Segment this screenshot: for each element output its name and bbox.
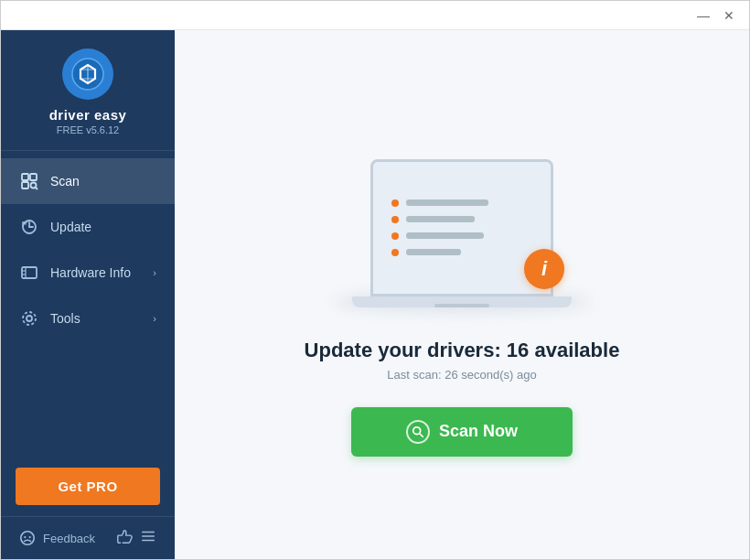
feedback-button[interactable]: Feedback (19, 530, 95, 546)
svg-point-11 (27, 316, 32, 321)
app-window: — ✕ driver easy FREE v5.6.12 (0, 0, 750, 560)
sidebar-item-hardware-info[interactable]: Hardware Info › (1, 250, 175, 296)
update-icon (19, 217, 39, 237)
scan-icon (19, 171, 39, 191)
screen-dot-3 (391, 232, 399, 240)
screen-dot-1 (391, 199, 399, 207)
sidebar-bottom: Feedback (1, 516, 175, 559)
screen-bar-2 (406, 216, 475, 222)
content-subtitle: Last scan: 26 second(s) ago (387, 368, 536, 382)
sidebar-item-hardware-info-label: Hardware Info (50, 265, 153, 280)
hardware-icon (19, 263, 39, 283)
hardware-info-arrow: › (153, 267, 156, 278)
sidebar-item-scan-label: Scan (50, 174, 156, 188)
scan-now-button[interactable]: Scan Now (351, 407, 573, 457)
svg-rect-2 (30, 174, 37, 180)
svg-point-13 (21, 532, 34, 544)
screen-bar-4 (406, 249, 461, 255)
main-layout: driver easy FREE v5.6.12 Scan (1, 30, 749, 559)
content-title: Update your drivers: 16 available (305, 339, 620, 362)
svg-point-14 (24, 536, 26, 538)
screen-line-1 (391, 199, 488, 207)
svg-rect-1 (22, 174, 28, 180)
svg-line-5 (36, 188, 38, 189)
content-area: i Update your drivers: 16 available Last… (175, 30, 749, 559)
tools-icon (19, 308, 39, 328)
close-button[interactable]: ✕ (716, 5, 742, 26)
sidebar-bottom-icons (116, 528, 156, 548)
logo-version: FREE v5.6.12 (57, 124, 119, 135)
screen-bar-1 (406, 199, 488, 206)
sidebar-item-update[interactable]: Update (1, 204, 175, 250)
sidebar-item-update-label: Update (50, 220, 156, 234)
svg-rect-7 (22, 267, 37, 278)
logo-title: driver easy (49, 107, 127, 123)
sidebar: driver easy FREE v5.6.12 Scan (1, 30, 175, 559)
feedback-label: Feedback (43, 532, 95, 545)
screen-line-3 (391, 232, 484, 240)
sidebar-item-scan[interactable]: Scan (1, 158, 175, 204)
sidebar-logo: driver easy FREE v5.6.12 (1, 30, 175, 151)
svg-point-15 (29, 536, 31, 538)
screen-dot-2 (391, 216, 399, 223)
list-icon[interactable] (140, 528, 156, 548)
svg-rect-3 (22, 182, 28, 188)
sidebar-item-tools-label: Tools (50, 311, 153, 326)
screen-dot-4 (391, 249, 399, 256)
info-badge: i (524, 249, 564, 289)
svg-line-20 (420, 433, 423, 436)
scan-now-icon (406, 420, 430, 444)
screen-line-2 (391, 216, 475, 223)
screen-line-4 (391, 249, 461, 256)
laptop-base (352, 296, 572, 307)
thumbs-up-icon[interactable] (116, 528, 133, 548)
scan-now-label: Scan Now (439, 422, 518, 441)
svg-point-12 (23, 312, 36, 325)
tools-arrow: › (153, 313, 156, 324)
minimize-button[interactable]: — (691, 5, 716, 26)
screen-bar-3 (406, 232, 484, 239)
title-bar: — ✕ (1, 1, 749, 30)
logo-icon (62, 48, 113, 100)
illustration: i (334, 134, 590, 317)
get-pro-button[interactable]: Get PRO (16, 468, 160, 505)
svg-point-4 (31, 183, 37, 188)
sidebar-item-tools[interactable]: Tools › (1, 296, 175, 341)
